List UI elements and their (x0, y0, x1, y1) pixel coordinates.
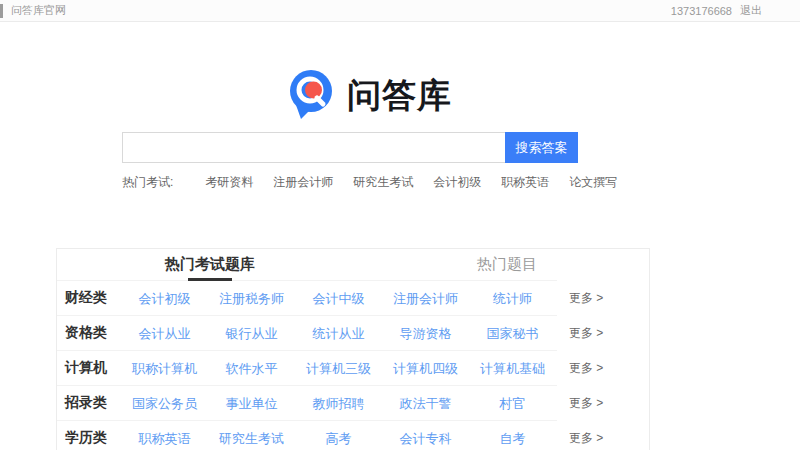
topbar: 问答库官网 1373176668 退出 (0, 0, 800, 22)
qa-bubble-logo-icon (287, 69, 335, 121)
hot-exam-link[interactable]: 论文撰写 (569, 174, 617, 191)
table-row: 招录类 国家公务员 事业单位 教师招聘 政法干警 村官 更多 > (57, 386, 649, 421)
hot-exam-link[interactable]: 职称英语 (501, 174, 549, 191)
exam-link[interactable]: 政法干警 (400, 396, 452, 411)
more-link[interactable]: 更多 > (569, 360, 603, 377)
exam-link[interactable]: 会计专科 (400, 431, 452, 446)
exam-link[interactable]: 国家秘书 (487, 326, 539, 341)
site-home-link[interactable]: 问答库官网 (11, 3, 66, 18)
user-id-text: 1373176668 (671, 5, 732, 17)
category-label: 计算机 (57, 359, 121, 377)
exam-link[interactable]: 事业单位 (226, 396, 278, 411)
exam-link[interactable]: 统计从业 (313, 326, 365, 341)
exam-link[interactable]: 计算机三级 (306, 361, 371, 376)
panel-header: 热门考试题库 热门题目 (57, 249, 649, 281)
exam-link[interactable]: 职称计算机 (132, 361, 197, 376)
exam-link[interactable]: 计算机基础 (480, 361, 545, 376)
exam-link[interactable]: 高考 (326, 431, 352, 446)
category-label: 资格类 (57, 324, 121, 342)
exam-link[interactable]: 统计师 (493, 291, 532, 306)
logo: 问答库 (287, 68, 452, 122)
hot-exam-panel: 热门考试题库 热门题目 财经类 会计初级 注册税务师 会计中级 注册会计师 统计… (56, 248, 650, 450)
topbar-right: 1373176668 退出 (671, 3, 800, 18)
hot-exams-label: 热门考试: (122, 174, 173, 191)
exam-link[interactable]: 注册税务师 (219, 291, 284, 306)
hot-exams-row: 热门考试: 考研资料 注册会计师 研究生考试 会计初级 职称英语 论文撰写 (122, 174, 637, 190)
more-link[interactable]: 更多 > (569, 430, 603, 447)
exam-link[interactable]: 会计从业 (139, 326, 191, 341)
search-bar: 搜索答案 (122, 132, 578, 163)
table-row: 资格类 会计从业 银行从业 统计从业 导游资格 国家秘书 更多 > (57, 316, 649, 351)
exam-link[interactable]: 村官 (500, 396, 526, 411)
exam-link[interactable]: 导游资格 (400, 326, 452, 341)
search-input[interactable] (122, 132, 505, 163)
table-row: 学历类 职称英语 研究生考试 高考 会计专科 自考 更多 > (57, 421, 649, 450)
exam-link[interactable]: 研究生考试 (219, 431, 284, 446)
exam-link[interactable]: 会计中级 (313, 291, 365, 306)
more-link[interactable]: 更多 > (569, 395, 603, 412)
panel-header-spacer (557, 249, 649, 281)
exam-link[interactable]: 会计初级 (139, 291, 191, 306)
category-label: 学历类 (57, 429, 121, 447)
exam-link[interactable]: 银行从业 (226, 326, 278, 341)
more-link[interactable]: 更多 > (569, 290, 603, 307)
exam-link[interactable]: 自考 (500, 431, 526, 446)
exam-link[interactable]: 计算机四级 (393, 361, 458, 376)
category-label: 财经类 (57, 289, 121, 307)
panel-header-main: 热门考试题库 热门题目 (57, 249, 557, 281)
table-row: 计算机 职称计算机 软件水平 计算机三级 计算机四级 计算机基础 更多 > (57, 351, 649, 386)
hot-exam-link[interactable]: 会计初级 (433, 174, 481, 191)
topbar-left: 问答库官网 (0, 0, 66, 21)
hot-exam-link[interactable]: 考研资料 (205, 174, 253, 191)
category-label: 招录类 (57, 394, 121, 412)
logout-link[interactable]: 退出 (740, 3, 762, 18)
exam-link[interactable]: 国家公务员 (132, 396, 197, 411)
page-title: 问答库 (347, 71, 452, 119)
hot-exam-link[interactable]: 研究生考试 (353, 174, 413, 191)
exam-link[interactable]: 注册会计师 (393, 291, 458, 306)
table-row: 财经类 会计初级 注册税务师 会计中级 注册会计师 统计师 更多 > (57, 281, 649, 316)
more-link[interactable]: 更多 > (569, 325, 603, 342)
search-button[interactable]: 搜索答案 (505, 132, 578, 163)
tab-hot-questions[interactable]: 热门题目 (477, 255, 537, 274)
exam-link[interactable]: 教师招聘 (313, 396, 365, 411)
exam-link[interactable]: 职称英语 (139, 431, 191, 446)
hot-exam-link[interactable]: 注册会计师 (273, 174, 333, 191)
tab-hot-exam-banks[interactable]: 热门考试题库 (165, 255, 255, 274)
topbar-accent-bar (0, 4, 3, 18)
exam-link[interactable]: 软件水平 (226, 361, 278, 376)
